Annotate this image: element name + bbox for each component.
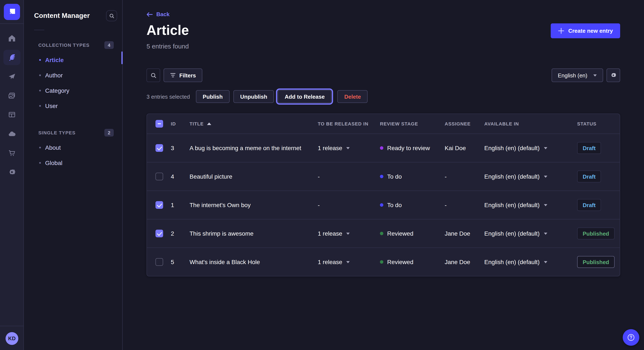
select-all-checkbox[interactable] bbox=[156, 120, 163, 128]
bullet-icon bbox=[39, 74, 41, 76]
subnav-title: Content Manager bbox=[34, 12, 90, 19]
status-badge: Draft bbox=[577, 171, 601, 182]
column-header-id[interactable]: ID bbox=[171, 121, 190, 126]
subnav-search-button[interactable] bbox=[106, 10, 117, 21]
cell-to-be-released-in[interactable]: 1 release bbox=[318, 145, 380, 151]
nav-settings-icon[interactable] bbox=[3, 165, 20, 180]
sidebar-item-label: Author bbox=[45, 72, 63, 79]
entries-count-text: 5 entries found bbox=[146, 42, 620, 50]
gear-icon bbox=[610, 72, 617, 79]
nav-marketplace-icon[interactable] bbox=[3, 146, 20, 161]
stage-dot bbox=[380, 146, 383, 150]
chevron-down-icon bbox=[544, 232, 547, 234]
question-mark-icon bbox=[626, 333, 636, 342]
strapi-logo bbox=[4, 3, 20, 20]
locale-select-value: English (en) bbox=[558, 72, 587, 78]
table-row[interactable]: 1 The internet's Own boy - To do - Engli… bbox=[147, 190, 620, 219]
workspace-logo-container[interactable] bbox=[0, 0, 24, 24]
cell-available-in[interactable]: English (en) (default) bbox=[484, 173, 577, 180]
stage-label: Ready to review bbox=[387, 145, 430, 151]
cell-assignee: - bbox=[445, 173, 484, 180]
sidebar-item-category[interactable]: Category bbox=[24, 83, 122, 98]
delete-button[interactable]: Delete bbox=[338, 90, 368, 103]
locale-value: English (en) (default) bbox=[484, 201, 540, 208]
cell-title: Beautiful picture bbox=[190, 173, 318, 180]
stage-label: Reviewed bbox=[387, 230, 413, 237]
row-checkbox[interactable] bbox=[156, 258, 163, 266]
cell-to-be-released-in[interactable]: 1 release bbox=[318, 230, 380, 237]
filters-button[interactable]: Filters bbox=[164, 68, 202, 82]
nav-deployments-icon[interactable] bbox=[3, 126, 20, 142]
view-settings-button[interactable] bbox=[606, 68, 620, 82]
column-header-review-stage[interactable]: REVIEW STAGE bbox=[380, 121, 445, 126]
column-header-available-in[interactable]: AVAILABLE IN bbox=[484, 121, 577, 126]
user-avatar[interactable]: KD bbox=[6, 332, 18, 345]
row-checkbox[interactable] bbox=[156, 173, 163, 180]
stage-dot bbox=[380, 260, 383, 264]
cell-to-be-released-in[interactable]: - bbox=[318, 173, 380, 180]
column-header-assignee[interactable]: ASSIGNEE bbox=[445, 121, 484, 126]
chevron-down-icon bbox=[544, 261, 547, 263]
row-checkbox[interactable] bbox=[156, 144, 163, 152]
nav-content-manager-icon[interactable] bbox=[3, 50, 20, 65]
create-new-entry-label: Create new entry bbox=[568, 28, 613, 34]
release-caret chevron-down-icon bbox=[346, 261, 350, 263]
sidebar-item-label: Category bbox=[45, 87, 70, 94]
back-link[interactable]: Back bbox=[146, 11, 620, 17]
locale-value: English (en) (default) bbox=[484, 259, 540, 265]
add-to-release-button[interactable]: Add to Release bbox=[278, 90, 332, 103]
sidebar-item-author[interactable]: Author bbox=[24, 68, 122, 83]
section-label-collection-types: COLLECTION TYPES bbox=[38, 42, 90, 48]
publish-button[interactable]: Publish bbox=[196, 90, 230, 103]
chevron-down-icon bbox=[544, 147, 547, 149]
table-row[interactable]: 3 A bug is becoming a meme on the intern… bbox=[147, 134, 620, 162]
cell-available-in[interactable]: English (en) (default) bbox=[484, 145, 577, 151]
cell-assignee: Kai Doe bbox=[445, 145, 484, 151]
sidebar-item-label: Global bbox=[45, 160, 62, 166]
chevron-down-icon bbox=[544, 175, 547, 177]
collection-types-count-badge: 4 bbox=[104, 41, 114, 49]
cell-available-in[interactable]: English (en) (default) bbox=[484, 201, 577, 208]
help-button[interactable] bbox=[623, 329, 639, 346]
cell-id: 3 bbox=[171, 145, 190, 151]
sidebar-item-article[interactable]: Article bbox=[24, 52, 122, 68]
locale-select[interactable]: English (en) bbox=[551, 68, 603, 82]
single-types-count-badge: 2 bbox=[104, 129, 114, 137]
nav-content-type-builder-icon[interactable] bbox=[3, 107, 20, 123]
table-row[interactable]: 2 This shrimp is awesome 1 release Revie… bbox=[147, 219, 620, 247]
row-checkbox[interactable] bbox=[156, 201, 163, 209]
selection-count-text: 3 entries selected bbox=[146, 93, 190, 100]
search-button[interactable] bbox=[146, 68, 160, 82]
cell-id: 5 bbox=[171, 259, 190, 265]
main-nav-icons bbox=[0, 24, 24, 184]
cell-to-be-released-in[interactable]: - bbox=[318, 201, 380, 208]
cell-title: A bug is becoming a meme on the internet bbox=[190, 145, 318, 151]
nav-home-icon[interactable] bbox=[3, 31, 20, 46]
sidebar-item-user[interactable]: User bbox=[24, 98, 122, 114]
locale-value: English (en) (default) bbox=[484, 145, 540, 151]
nav-footer-divider bbox=[0, 326, 24, 326]
table-row[interactable]: 5 What's inside a Black Hole 1 release R… bbox=[147, 247, 620, 276]
create-new-entry-button[interactable]: Create new entry bbox=[551, 23, 620, 38]
unpublish-button[interactable]: Unpublish bbox=[234, 90, 274, 103]
cell-available-in[interactable]: English (en) (default) bbox=[484, 230, 577, 237]
main-content: Back Article Create new entry 5 entries … bbox=[123, 0, 644, 350]
back-link-label: Back bbox=[156, 11, 170, 17]
cell-assignee: - bbox=[445, 201, 484, 208]
column-header-to-be-released-in[interactable]: TO BE RELEASED IN bbox=[318, 121, 380, 126]
release-value: - bbox=[318, 173, 320, 180]
nav-releases-icon[interactable] bbox=[3, 69, 20, 84]
cell-available-in[interactable]: English (en) (default) bbox=[484, 259, 577, 265]
nav-media-library-icon[interactable] bbox=[3, 88, 20, 103]
column-header-title[interactable]: TITLE bbox=[190, 121, 318, 126]
sidebar-item-about[interactable]: About bbox=[24, 140, 122, 155]
chevron-down-icon bbox=[593, 74, 597, 76]
sidebar-item-global[interactable]: Global bbox=[24, 155, 122, 171]
table-row[interactable]: 4 Beautiful picture - To do - English (e… bbox=[147, 162, 620, 190]
cell-title: What's inside a Black Hole bbox=[190, 259, 318, 265]
cell-to-be-released-in[interactable]: 1 release bbox=[318, 259, 380, 265]
column-header-status[interactable]: STATUS bbox=[577, 121, 620, 126]
row-checkbox[interactable] bbox=[156, 230, 163, 237]
status-badge: Draft bbox=[577, 142, 601, 154]
filters-label: Filters bbox=[179, 72, 196, 78]
